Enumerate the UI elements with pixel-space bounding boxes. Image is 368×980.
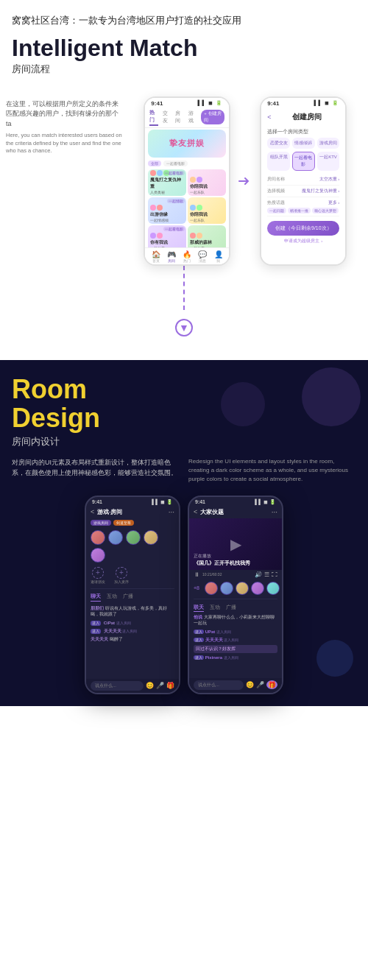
avatar [236, 582, 249, 595]
app-tabs: 热门 交友 房间 游戏 + 创建房间 [145, 107, 229, 128]
dark-phone-2-screen: 9:41 ▌▌ ◼ 🔋 < 大家伙题 ··· ▶ 正在播放 《国几》正开手机找我… [189, 497, 282, 693]
avatar [108, 530, 123, 545]
chat-msg: 他说 大家再聊什么么，小莉新来大想聊聊一起玩 [194, 614, 277, 627]
type-btn[interactable]: 组队开黑 [267, 152, 290, 171]
phone-2-status-bar: 9:41 ▌▌ ◼ 🔋 [261, 98, 345, 107]
dp2-input[interactable]: 说点什么... [194, 680, 244, 690]
room-heading: Room Design 房间内设计 [12, 375, 356, 448]
avatar [251, 582, 264, 595]
dp2-status: 9:41 ▌▌ ◼ 🔋 [189, 497, 282, 507]
flow-arrow [238, 174, 252, 188]
banner: 挚友拼娱 [148, 130, 226, 158]
dp2-more-btn[interactable]: ··· [272, 508, 277, 516]
volume-icon[interactable]: 🔊 [255, 571, 262, 578]
avatar [144, 530, 158, 545]
page-title: 窝窝社区台湾：一款专为台湾地区用户打造的社交应用 [12, 13, 356, 28]
video-overlay: 正在播放 《国几》正开手机找我秀 [194, 553, 277, 567]
avatar [126, 530, 141, 545]
video-player[interactable]: ▶ 正在播放 《国几》正开手机找我秀 [189, 518, 282, 570]
chat-msg-highlight: 回过不认识？好发挥 [194, 645, 277, 652]
type-btn[interactable]: 游戏房间 [317, 138, 340, 149]
avatar [266, 582, 280, 595]
room-card[interactable]: 一起看电影 魔鬼打之复仇神重 人类奥秘 [148, 169, 186, 196]
chat-msg: 进入 UPat 进入房间 [194, 629, 277, 635]
room-desc: 对房间内的UI元素及布局样式重新设计，整体打造暗色系，在颜色使用上使用神秘感色彩… [12, 457, 356, 484]
create-btn[interactable]: 创建（今日剩余9/10次） [267, 221, 339, 236]
nav-room[interactable]: 🎮房间 [167, 250, 176, 263]
avatar [220, 582, 233, 595]
dark-phone-2: 9:41 ▌▌ ◼ 🔋 < 大家伙题 ··· ▶ 正在播放 《国几》正开手机找我… [188, 496, 283, 694]
avatar [91, 548, 105, 563]
room-card[interactable]: 你陪我说 一起乐队 [188, 197, 226, 224]
dark-phone-1: 9:41 ▌▌ ◼ 🔋 < 游戏·房间 ··· 游戏房间 剑道至尊 [85, 496, 180, 694]
chat-msg: 进入 天天天天 进入房间 [194, 637, 277, 643]
divider [91, 588, 174, 589]
list-icon[interactable]: ☰ [264, 571, 269, 578]
dark-phone-1-screen: 9:41 ▌▌ ◼ 🔋 < 游戏·房间 ··· 游戏房间 剑道至尊 [86, 497, 179, 693]
mic-btn[interactable]: 🎤 [256, 681, 264, 688]
create-room-screen: < 创建房间 选择一个房间类型 恋爱交友 情感倾诉 游戏房间 组队开黑 一起看电… [261, 107, 345, 247]
type-btn[interactable]: 恋爱交友 [267, 138, 290, 149]
dp1-more-btn[interactable]: ··· [169, 508, 174, 516]
type-btn[interactable]: 一起KTV [317, 152, 340, 171]
phone-2: 9:41 ▌▌ ◼ 🔋 < 创建房间 选择一个房间类型 恋爱交友 情感倾诉 游戏… [260, 96, 347, 266]
dashed-line [183, 266, 185, 310]
dp1-input-bar: 说点什么... 😊 🎤 🎁 [86, 679, 179, 693]
field-room-name[interactable]: 房间名称 太空杰重 › [267, 174, 339, 186]
pause-icon[interactable]: ⏸ [194, 571, 199, 578]
dp1-chat-tabs: 聊天 互动 广播 [86, 591, 179, 604]
back-btn[interactable]: < [267, 113, 271, 121]
connector [0, 266, 368, 310]
dp2-back-btn[interactable]: < [194, 508, 197, 515]
chat-msg: 进入 Pixinera 进入房间 [194, 655, 277, 660]
type-btn[interactable]: 情感倾诉 [292, 138, 315, 149]
emoji-btn[interactable]: 😊 [246, 681, 254, 688]
chat-msg: 进入 天天天天 进入房间 [91, 628, 174, 634]
chat-msg: 进入 CiPat 进入房间 [91, 620, 174, 626]
dp1-input[interactable]: 说点什么... [91, 681, 144, 691]
field-video[interactable]: 选择视频 魔鬼打之复仇神重 › [267, 186, 339, 197]
arrow-down: ▼ [175, 319, 193, 336]
fullscreen-icon[interactable]: ⛶ [272, 571, 277, 578]
chat-msg: 朋朋们 听说有人玩游戏，有多美，真好喝，我就跟了 [91, 605, 174, 618]
phone-2-screen: 9:41 ▌▌ ◼ 🔋 < 创建房间 选择一个房间类型 恋爱交友 情感倾诉 游戏… [261, 98, 345, 264]
dp1-add-row: + 邀请朋友 + 加入麦序 [86, 565, 179, 587]
emoji-btn[interactable]: 😊 [146, 682, 154, 689]
room-grid: 一起看电影 魔鬼打之复仇神重 人类奥秘 你陪我说 一起乐队 一起情歌 出游信缘 [145, 168, 229, 253]
dp1-tags: 游戏房间 剑道至尊 [86, 518, 179, 527]
phone-1: 9:41 ▌▌ ◼ 🔋 热门 交友 房间 游戏 + 创建房间 挚友拼娱 全部 一… [144, 96, 230, 266]
field-topic[interactable]: 热搜话题 更多 › 一起问题 精准推一推 颈心远大梦想 [267, 197, 339, 216]
match-heading: Intelligent Match [12, 35, 356, 61]
dp2-chat-tabs: 联天 互动 广播 [194, 602, 277, 614]
room-card[interactable]: 一起情歌 出游信缘 一起情感倾 [148, 197, 186, 224]
avatar [205, 582, 218, 595]
phone-1-status-bar: 9:41 ▌▌ ◼ 🔋 [145, 98, 229, 107]
gift-btn[interactable]: 🎁 [166, 682, 174, 689]
dp2-avatars: +8 [189, 579, 282, 597]
gift-btn[interactable]: 🎁 [266, 680, 277, 689]
dp1-chat: 朋朋们 听说有人玩游戏，有多美，真好喝，我就跟了 进入 CiPat 进入房间 进… [86, 604, 179, 646]
nav-me[interactable]: 👤我 [214, 250, 223, 263]
phone-1-screen: 9:41 ▌▌ ◼ 🔋 热门 交友 房间 游戏 + 创建房间 挚友拼娱 全部 一… [145, 98, 229, 264]
mic-btn[interactable]: 🎤 [156, 682, 164, 689]
type-btn-active[interactable]: 一起看电影 [292, 152, 315, 171]
dp1-status: 9:41 ▌▌ ◼ 🔋 [86, 497, 179, 507]
room-type-grid: 恋爱交友 情感倾诉 游戏房间 [267, 138, 339, 149]
nav-hot[interactable]: 🔥热门 [183, 250, 191, 263]
match-section: 在这里，可以根据用户所定义的条件来匹配感兴趣的用户，找到有缘分的那个ta Her… [0, 89, 368, 266]
room-card[interactable]: 你陪我说 一起乐队 [188, 169, 226, 196]
phone-pair: 9:41 ▌▌ ◼ 🔋 热门 交友 房间 游戏 + 创建房间 挚友拼娱 全部 一… [129, 96, 362, 266]
dp2-header: < 大家伙题 ··· [189, 507, 282, 518]
arrow-down-wrap: ▼ [0, 310, 368, 345]
dark-section: Room Design 房间内设计 对房间内的UI元素及布局样式重新设计，整体打… [0, 360, 368, 706]
nav-home[interactable]: 🏠首页 [152, 250, 160, 263]
filter-tags: 全部 一起看电影 [145, 159, 229, 168]
dark-phone-pair: 9:41 ▌▌ ◼ 🔋 < 游戏·房间 ··· 游戏房间 剑道至尊 [12, 496, 356, 694]
create-room-btn[interactable]: + 创建房间 [201, 110, 224, 124]
dp2-chat: 联天 互动 广播 他说 大家再聊什么么，小莉新来大想聊聊一起玩 进入 UPat … [189, 601, 282, 664]
top-section: 窝窝社区台湾：一款专为台湾地区用户打造的社交应用 Intelligent Mat… [0, 0, 368, 89]
become-host-link[interactable]: 申请成为超级房主 › [267, 238, 339, 244]
dp2-input-bar: 说点什么... 😊 🎤 🎁 [189, 678, 282, 693]
nav-msg[interactable]: 💬消息 [198, 250, 207, 263]
dp1-back-btn[interactable]: < [91, 508, 94, 515]
